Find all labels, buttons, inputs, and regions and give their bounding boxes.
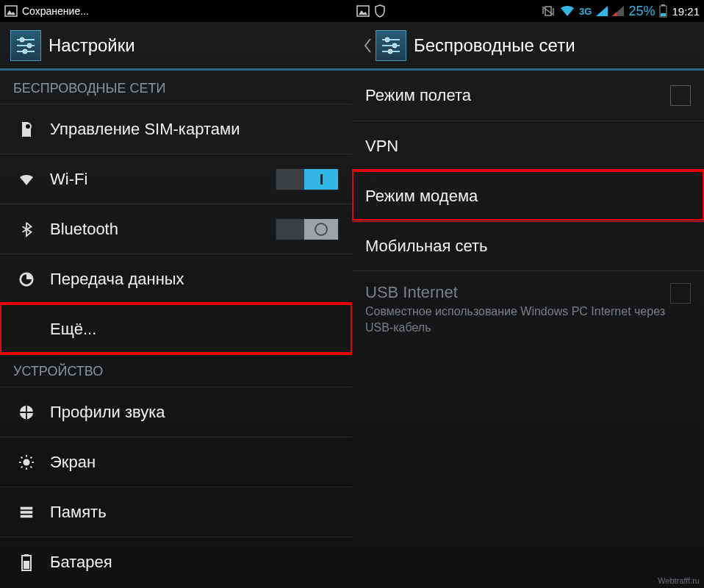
svg-line-31 [542,7,554,15]
battery-status-icon [659,4,667,18]
row-data-usage[interactable]: Передача данных [0,254,352,304]
row-label: Память [50,503,339,522]
row-storage[interactable]: Память [0,487,352,537]
svg-marker-32 [596,6,608,16]
svg-point-11 [23,459,29,465]
usb-internet-checkbox [670,283,691,304]
wireless-header[interactable]: Беспроводные сети [352,22,704,71]
row-label: Профили звука [50,403,339,422]
svg-rect-22 [21,514,33,517]
battery-percent: 25% [628,4,655,19]
row-vpn[interactable]: VPN [352,121,704,171]
row-battery[interactable]: Батарея [0,537,352,587]
status-bar: Сохранение... [0,0,352,22]
row-label: Экран [50,453,339,472]
svg-rect-24 [24,554,29,556]
row-bluetooth[interactable]: Bluetooth [0,204,352,254]
svg-rect-21 [21,511,33,514]
row-label: Bluetooth [50,220,276,239]
svg-rect-37 [661,13,666,16]
row-mobile-network[interactable]: Мобильная сеть [352,220,704,270]
bluetooth-icon [13,221,40,237]
row-label: USB Internet [365,283,670,302]
page-title: Настройки [49,35,135,56]
section-wireless-header: БЕСПРОВОДНЫЕ СЕТИ [0,71,352,104]
picture-icon [356,4,370,18]
row-label: Wi-Fi [50,170,276,189]
row-sim-management[interactable]: Управление SIM-картами [0,104,352,154]
data-usage-icon [13,271,40,287]
svg-marker-27 [359,10,367,15]
bluetooth-toggle[interactable] [276,218,339,240]
sound-icon [13,404,40,420]
row-label: Ещё... [50,320,339,339]
row-label: Батарея [50,553,339,572]
wifi-icon [13,171,40,188]
wifi-toggle[interactable] [276,168,339,190]
svg-marker-1 [7,10,15,15]
row-sublabel: Совместное использование Windows PC Inte… [365,304,670,335]
svg-line-16 [21,456,23,458]
svg-line-18 [21,466,23,467]
row-label: Управление SIM-картами [50,120,339,139]
settings-icon [10,30,41,61]
settings-header: Настройки [0,22,352,71]
row-airplane-mode[interactable]: Режим полета [352,71,704,121]
storage-icon [13,504,40,520]
sim-icon [13,121,40,138]
row-tethering[interactable]: Режим модема [352,171,704,220]
svg-marker-34 [612,12,617,16]
display-icon [13,454,40,470]
vibrate-icon [541,5,556,17]
wifi-signal-icon [560,5,575,17]
svg-point-5 [27,43,32,48]
svg-point-7 [23,49,27,54]
svg-rect-20 [21,506,33,509]
row-label: Передача данных [50,270,339,289]
svg-line-17 [31,466,32,467]
shield-icon [374,4,386,18]
settings-pane-left: Сохранение... Настройки БЕСПРОВОДНЫЕ СЕТ… [0,0,352,588]
signal-icon-2 [612,6,624,16]
svg-point-43 [388,49,392,54]
section-device-header: УСТРОЙСТВО [0,354,352,387]
row-label: Режим модема [365,187,691,206]
settings-icon [376,30,406,61]
status-bar: 3G 25% 19:21 [352,0,704,22]
svg-rect-36 [661,4,665,6]
row-label: VPN [365,137,691,156]
battery-icon [13,553,40,571]
svg-line-19 [31,456,32,458]
row-wifi[interactable]: Wi-Fi [0,154,352,204]
page-title: Беспроводные сети [414,35,575,56]
row-label: Режим полета [365,86,670,105]
status-saving-label: Сохранение... [22,5,89,17]
airplane-checkbox[interactable] [670,85,691,106]
picture-icon [4,4,18,18]
row-sound-profiles[interactable]: Профили звука [0,387,352,437]
network-type-label: 3G [579,6,592,17]
svg-point-41 [392,43,397,48]
row-display[interactable]: Экран [0,437,352,487]
row-more[interactable]: Ещё... [0,304,352,354]
watermark: Webtrafff.ru [658,576,700,585]
signal-icon [596,6,608,16]
row-usb-internet: USB Internet Совместное использование Wi… [352,270,704,347]
svg-rect-25 [24,561,29,569]
row-label: Мобильная сеть [365,237,691,256]
back-icon[interactable] [362,37,373,54]
svg-point-39 [385,37,389,42]
settings-pane-right: 3G 25% 19:21 Беспроводные сети [352,0,704,588]
clock: 19:21 [672,5,700,18]
svg-point-3 [20,37,24,42]
